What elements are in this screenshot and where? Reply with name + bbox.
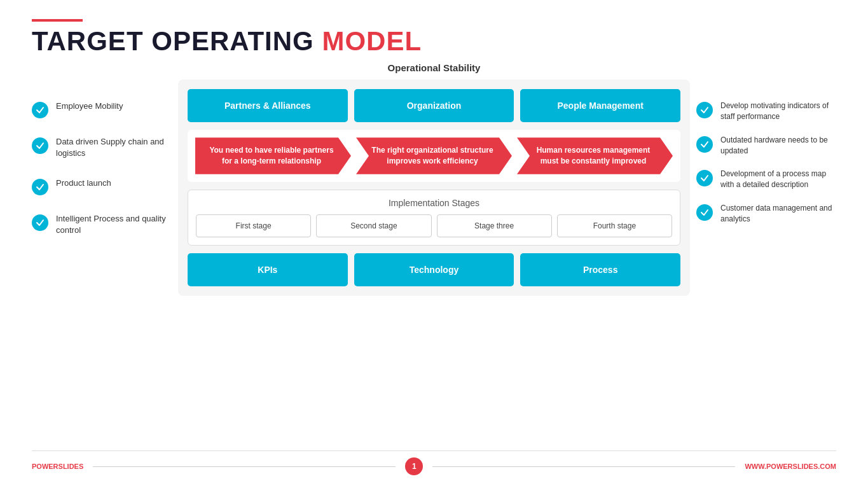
arrow-shape-2: The right organizational structure impro… [356,137,512,174]
footer-line-right [432,466,735,467]
check-icon [32,214,48,231]
arrow-item-2: The right organizational structure impro… [356,137,512,174]
list-item: Employee Mobility [32,101,172,118]
list-item: Development of a process map with a deta… [696,169,836,190]
footer: POWERSLIDES 1 WWW.POWERSLIDES.COM [32,450,836,475]
brand-red: SLIDES [59,463,84,470]
stages-row: First stage Second stage Stage three Fou… [196,214,672,237]
partners-alliances-button[interactable]: Partners & Alliances [188,89,348,122]
title-red: MODEL [322,26,422,56]
check-icon [32,102,48,118]
operational-stability-label: Operational Stability [388,62,481,73]
page: TARGET OPERATING MODEL Employee Mobility… [0,0,868,488]
left-item-4: Intelligent Process and quality control [56,213,172,236]
red-accent-line [32,19,83,22]
center-diagram: Operational Stability Partners & Allianc… [178,62,690,296]
implementation-section: Implementation Stages First stage Second… [188,190,680,246]
implementation-title: Implementation Stages [196,198,672,208]
right-item-4: Customer data management and analytics [720,203,836,225]
list-item: Develop motivating indicators of staff p… [696,101,836,122]
list-item: Product launch [32,178,172,195]
title-black: TARGET OPERATING [32,26,322,56]
list-item: Outdated hardware needs to be updated [696,135,836,157]
stage-2-button[interactable]: Second stage [316,214,431,237]
main-content: Employee Mobility Data driven Supply cha… [32,62,836,447]
list-item: Data driven Supply chain and logistics [32,136,172,159]
top-buttons-row: Partners & Alliances Organization People… [188,89,680,122]
check-icon [696,136,713,153]
header: TARGET OPERATING MODEL [32,19,836,56]
stage-4-button[interactable]: Fourth stage [557,214,672,237]
arrow-item-1: You need to have reliable partners for a… [195,137,351,174]
arrow-item-3: Human resources management must be const… [517,137,673,174]
bottom-buttons-row: KPIs Technology Process [188,253,680,286]
kpis-button[interactable]: KPIs [188,253,348,286]
organization-button[interactable]: Organization [354,89,514,122]
diagram-box: Partners & Alliances Organization People… [178,80,690,296]
people-management-button[interactable]: People Management [520,89,680,122]
footer-brand: POWERSLIDES [32,463,83,470]
list-item: Intelligent Process and quality control [32,213,172,236]
arrow-shape-3: Human resources management must be const… [517,137,673,174]
brand-black: POWER [32,463,59,470]
process-button[interactable]: Process [520,253,680,286]
page-title: TARGET OPERATING MODEL [32,27,836,56]
arrow-section: You need to have reliable partners for a… [188,130,680,182]
check-icon [32,179,48,195]
left-item-3: Product launch [56,178,111,189]
left-item-1: Employee Mobility [56,101,123,112]
check-icon [696,102,713,118]
check-icon [696,204,713,221]
list-item: Customer data management and analytics [696,203,836,225]
right-sidebar: Develop motivating indicators of staff p… [696,62,836,224]
right-item-2: Outdated hardware needs to be updated [720,135,836,157]
stage-1-button[interactable]: First stage [196,214,311,237]
footer-url: WWW.POWERSLIDES.COM [745,463,836,470]
right-item-3: Development of a process map with a deta… [720,169,836,190]
stage-3-button[interactable]: Stage three [437,214,552,237]
check-icon [32,137,48,154]
arrow-shape-1: You need to have reliable partners for a… [195,137,351,174]
left-sidebar: Employee Mobility Data driven Supply cha… [32,62,172,236]
footer-line-left [93,466,396,467]
left-item-2: Data driven Supply chain and logistics [56,136,172,159]
right-item-1: Develop motivating indicators of staff p… [720,101,836,122]
page-number-badge: 1 [405,457,423,475]
technology-button[interactable]: Technology [354,253,514,286]
check-icon [696,170,713,186]
